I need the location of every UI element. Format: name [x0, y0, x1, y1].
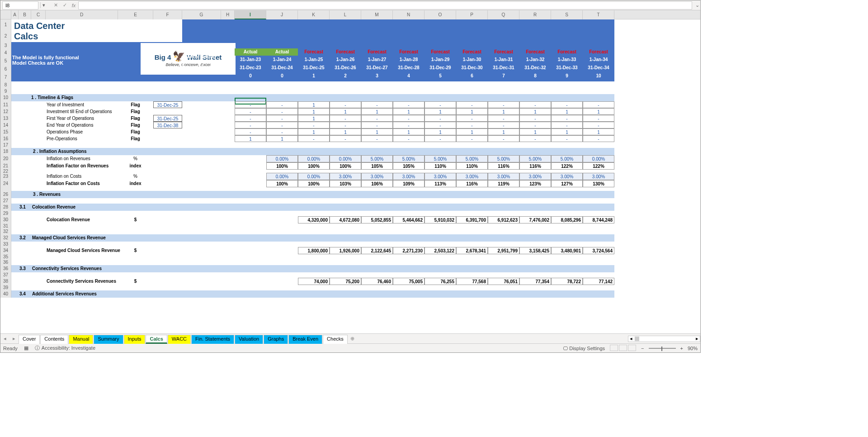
accessibility-status[interactable]: ⓘAccessibility: Investigate [35, 345, 95, 352]
row-header[interactable]: 39 [0, 285, 11, 290]
row-header[interactable]: 3 [0, 42, 11, 49]
column-header-L[interactable]: L [330, 10, 361, 19]
row-header[interactable]: 36 [0, 265, 11, 272]
column-header-F[interactable]: F [153, 10, 182, 19]
flag-date[interactable]: 31-Dec-25 [153, 101, 182, 108]
sheet-tab-break-even[interactable]: Break Even [288, 335, 322, 344]
row-header[interactable]: 36 [0, 260, 11, 265]
sheet-tab-valuation[interactable]: Valuation [235, 335, 263, 344]
row-header[interactable]: 14 [0, 122, 11, 128]
row-header[interactable]: 20 [0, 155, 11, 162]
row-header[interactable]: 18 [0, 148, 11, 155]
column-header-T[interactable]: T [583, 10, 614, 19]
column-header-O[interactable]: O [425, 10, 456, 19]
row-header[interactable]: 17 [0, 142, 11, 148]
row-header[interactable]: 28 [0, 204, 11, 211]
row-header[interactable]: 8 [0, 81, 11, 88]
row-header[interactable]: 35 [0, 254, 11, 260]
view-buttons[interactable] [609, 345, 637, 352]
row-header[interactable]: 4 [0, 49, 11, 57]
scroll-right-icon[interactable]: ▸ [694, 336, 700, 342]
row-header[interactable]: 26 [0, 191, 11, 198]
scroll-thumb[interactable] [635, 337, 639, 341]
formula-input[interactable] [78, 1, 692, 10]
row-header[interactable]: 11 [0, 101, 11, 108]
zoom-level[interactable]: 90% [688, 346, 698, 351]
row-header[interactable]: 7 [0, 73, 11, 81]
column-header-A[interactable]: A [11, 10, 19, 19]
column-header-B[interactable]: B [19, 10, 31, 19]
display-settings[interactable]: 🖵 Display Settings [563, 346, 605, 351]
column-header-N[interactable]: N [393, 10, 425, 19]
select-all-corner[interactable] [0, 10, 11, 19]
row-header[interactable]: 37 [0, 272, 11, 278]
row-header[interactable] [0, 187, 11, 191]
row-header[interactable]: 27 [0, 198, 11, 204]
accept-icon[interactable]: ✓ [60, 2, 69, 8]
horizontal-scrollbar[interactable]: ◂ ▸ [628, 336, 700, 342]
row-header[interactable]: 5 [0, 57, 11, 65]
sheet-tab-manual[interactable]: Manual [69, 335, 93, 344]
column-header-S[interactable]: S [551, 10, 583, 19]
sheet-tab-summary[interactable]: Summary [94, 335, 123, 344]
row-header[interactable]: 13 [0, 115, 11, 122]
cancel-icon[interactable]: ✕ [51, 2, 60, 8]
sheet-tab-checks[interactable]: Checks [323, 335, 348, 344]
row-header[interactable]: 29 [0, 211, 11, 216]
macro-icon[interactable]: ▦ [24, 345, 28, 351]
sheet-tab-cover[interactable]: Cover [19, 335, 40, 344]
column-header-M[interactable]: M [361, 10, 393, 19]
row-header[interactable]: 40 [0, 290, 11, 298]
column-header-D[interactable]: D [46, 10, 118, 19]
period-type: Forecast [456, 48, 488, 56]
row-header[interactable]: 16 [0, 135, 11, 142]
column-header-K[interactable]: K [298, 10, 330, 19]
tab-nav-prev-icon[interactable]: ▸ [9, 336, 19, 342]
sheet-tab-contents[interactable]: Contents [40, 335, 68, 344]
scroll-left-icon[interactable]: ◂ [628, 336, 634, 342]
column-header-E[interactable]: E [118, 10, 153, 19]
column-header-C[interactable]: C [31, 10, 46, 19]
flag-date[interactable]: 31-Dec-25 [153, 115, 182, 122]
column-header-Q[interactable]: Q [488, 10, 519, 19]
zoom-out-icon[interactable]: − [641, 346, 644, 351]
column-header-I[interactable]: I [235, 10, 266, 19]
row-header[interactable]: 32 [0, 234, 11, 242]
sheet-tab-graphs[interactable]: Graphs [264, 335, 288, 344]
column-header-J[interactable]: J [266, 10, 298, 19]
row-header[interactable]: 2 [0, 30, 11, 42]
row-header[interactable]: 30 [0, 216, 11, 223]
flag-value: - [551, 101, 583, 108]
row-header[interactable]: 38 [0, 278, 11, 285]
row-header[interactable]: 34 [0, 247, 11, 254]
tab-nav-first-icon[interactable]: ◂ [0, 336, 9, 342]
row-header[interactable]: 22 [0, 170, 11, 173]
sheet-tab-fin-statements[interactable]: Fin. Statements [191, 335, 234, 344]
column-header-H[interactable]: H [221, 10, 235, 19]
column-header-R[interactable]: R [519, 10, 551, 19]
new-sheet-icon[interactable]: ⊕ [348, 336, 357, 342]
grid[interactable]: Data CenterCalcsThe Model is fully funct… [11, 19, 614, 333]
row-header[interactable]: 32 [0, 229, 11, 234]
sheet-tab-inputs[interactable]: Inputs [124, 335, 146, 344]
row-header[interactable]: 10 [0, 94, 11, 101]
column-header-G[interactable]: G [182, 10, 221, 19]
row-header[interactable]: 9 [0, 88, 11, 94]
sheet-tab-wacc[interactable]: WACC [168, 335, 191, 344]
flag-date[interactable]: 31-Dec-38 [153, 122, 182, 128]
row-header[interactable]: 23 [0, 173, 11, 180]
name-box-dropdown-icon[interactable]: ▾ [40, 2, 47, 8]
formula-expand-icon[interactable]: ⌄ [694, 2, 700, 8]
row-header[interactable]: 6 [0, 65, 11, 73]
row-header[interactable]: 33 [0, 242, 11, 247]
row-header[interactable]: 12 [0, 108, 11, 115]
zoom-in-icon[interactable]: + [680, 346, 683, 351]
row-header[interactable]: 1 [0, 19, 11, 30]
sheet-tab-calcs[interactable]: Calcs [146, 335, 167, 344]
row-header[interactable]: 24 [0, 180, 11, 187]
row-header[interactable]: 15 [0, 128, 11, 135]
column-header-P[interactable]: P [456, 10, 488, 19]
fx-icon[interactable]: fx [69, 3, 78, 8]
name-box[interactable]: I8 [2, 1, 38, 10]
row-header[interactable]: 31 [0, 223, 11, 229]
